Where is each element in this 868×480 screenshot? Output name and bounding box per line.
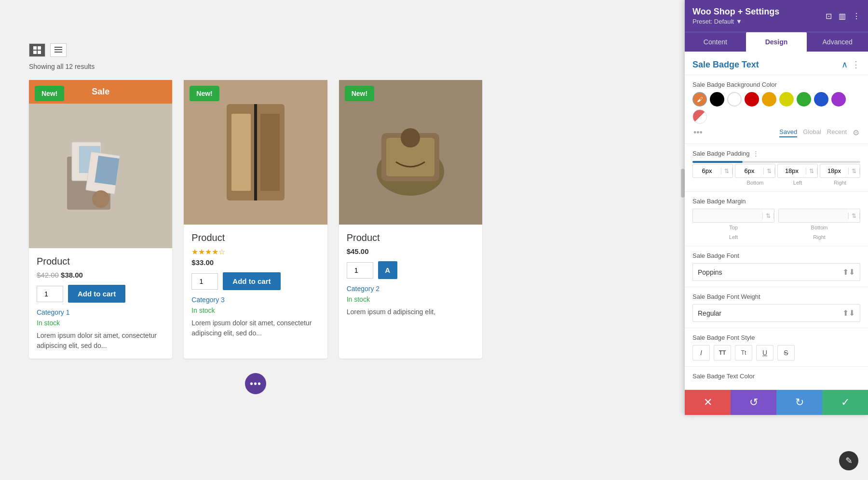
font-weight-label: Sale Badge Font Weight: [692, 293, 860, 300]
settings-panel: Woo Shop + Settings Preset: Default ▼ ⊡ …: [685, 0, 868, 415]
margin-setting: Sale Badge Margin ⇅ ⇅ Top Bottom Left Ri…: [685, 192, 868, 246]
product-image-wrap: Sale New!: [29, 80, 172, 248]
panel-preset[interactable]: Preset: Default ▼: [692, 18, 779, 25]
link-left-icon[interactable]: ⇅: [806, 168, 817, 174]
link-top-margin-icon[interactable]: ⇅: [762, 213, 774, 219]
color-swatch-orange[interactable]: 🖌: [692, 92, 707, 107]
bottom-margin-label: Bottom: [778, 225, 860, 230]
product-info: Product $42.00 $38.00 Add to cart Catego…: [29, 248, 172, 359]
stock-status: In stock: [37, 319, 164, 327]
padding-slider[interactable]: [692, 161, 860, 163]
svg-rect-16: [260, 114, 280, 191]
underline-button[interactable]: U: [756, 345, 773, 360]
stock-status: In stock: [191, 307, 319, 314]
product-image-wrap: New!: [184, 80, 327, 225]
product-info: Product $45.00 A Category 2 In stock Lor…: [339, 225, 482, 325]
new-badge: New!: [345, 86, 374, 101]
category-link[interactable]: Category 2: [347, 285, 475, 293]
dots-icon: •••: [250, 378, 261, 389]
tab-advanced[interactable]: Advanced: [807, 32, 868, 52]
link-right-icon[interactable]: ⇅: [848, 168, 860, 174]
padding-left-input[interactable]: [778, 164, 806, 177]
uppercase-button[interactable]: TT: [714, 345, 731, 360]
quantity-input[interactable]: [191, 273, 218, 290]
svg-rect-11: [95, 156, 119, 186]
margin-inputs: ⇅ ⇅: [692, 209, 860, 223]
focus-icon[interactable]: ⊡: [826, 12, 832, 21]
margin-top-input[interactable]: [693, 209, 762, 222]
collapse-icon[interactable]: ∧: [841, 59, 848, 70]
product-price: $42.00 $38.00: [37, 271, 164, 279]
list-view-button[interactable]: [50, 43, 67, 57]
add-to-cart-row: Add to cart: [37, 285, 164, 303]
chevron-down-icon: ⬆⬇: [842, 267, 855, 277]
svg-rect-5: [54, 49, 62, 50]
gear-icon[interactable]: ⚙: [853, 128, 859, 137]
color-swatch-white[interactable]: [727, 92, 742, 107]
link-bottom-margin-icon[interactable]: ⇅: [848, 213, 860, 219]
italic-button[interactable]: I: [692, 345, 710, 360]
color-swatch-red[interactable]: [745, 92, 759, 107]
category-link[interactable]: Category 3: [191, 296, 319, 304]
product-description: Lorem ipsum d adipiscing elit,: [347, 307, 475, 317]
padding-top-input[interactable]: [693, 164, 721, 177]
old-price: $42.00: [37, 271, 59, 279]
product-title: Product: [37, 256, 164, 267]
tab-content[interactable]: Content: [685, 32, 746, 52]
add-to-cart-button[interactable]: Add to cart: [68, 285, 125, 303]
panel-header: Woo Shop + Settings Preset: Default ▼ ⊡ …: [685, 0, 868, 32]
color-swatch-black[interactable]: [710, 92, 724, 107]
color-tab-global[interactable]: Global: [803, 128, 821, 137]
padding-bottom-input[interactable]: [735, 164, 763, 177]
panel-title-area: Woo Shop + Settings Preset: Default ▼: [692, 7, 779, 25]
svg-point-12: [92, 190, 109, 208]
grid-view-button[interactable]: [29, 43, 45, 57]
font-style-label: Sale Badge Font Style: [692, 334, 860, 341]
link-icon[interactable]: ⋮: [753, 150, 759, 157]
category-link[interactable]: Category 1: [37, 308, 164, 316]
color-swatch-purple[interactable]: [831, 92, 846, 107]
edit-icon-button[interactable]: ✎: [839, 451, 858, 470]
quantity-input[interactable]: [347, 262, 373, 279]
svg-point-20: [401, 128, 420, 147]
font-select[interactable]: Poppins ⬆⬇: [692, 263, 860, 281]
font-weight-select[interactable]: Regular ⬆⬇: [692, 304, 860, 322]
add-to-cart-button[interactable]: Add to cart: [223, 272, 280, 290]
add-to-cart-button[interactable]: A: [378, 261, 397, 279]
stock-status: In stock: [347, 295, 475, 303]
color-swatch-amber[interactable]: [762, 92, 776, 107]
font-style-buttons: I TT Tt U S: [692, 345, 860, 360]
color-swatch-blue[interactable]: [814, 92, 828, 107]
strikethrough-button[interactable]: S: [777, 345, 795, 360]
redo-button[interactable]: ↻: [776, 390, 822, 415]
top-margin-label: Top: [692, 225, 774, 230]
color-tab-recent[interactable]: Recent: [827, 128, 847, 137]
padding-label: Sale Badge Padding ⋮: [692, 150, 860, 157]
section-header: Sale Badge Text ∧ ⋮: [685, 52, 868, 75]
more-icon[interactable]: ⋮: [853, 12, 860, 21]
margin-label: Sale Badge Margin: [692, 198, 860, 205]
more-options-button[interactable]: •••: [245, 373, 266, 394]
padding-right-input[interactable]: [820, 164, 848, 177]
link-bottom-icon[interactable]: ⇅: [763, 168, 775, 174]
margin-bottom-input-group: ⇅: [778, 209, 860, 223]
product-grid: Sale New! Product $42.: [29, 80, 482, 359]
quantity-input[interactable]: [37, 286, 63, 302]
cancel-button[interactable]: ✕: [685, 390, 731, 415]
color-swatch-yellow[interactable]: [779, 92, 794, 107]
color-tab-saved[interactable]: Saved: [779, 128, 797, 137]
undo-button[interactable]: ↺: [731, 390, 776, 415]
capitalize-button[interactable]: Tt: [735, 345, 752, 360]
edit-icon: ✎: [845, 455, 853, 466]
margin-bottom-input[interactable]: [779, 209, 848, 222]
tab-design[interactable]: Design: [746, 32, 807, 52]
link-top-icon[interactable]: ⇅: [721, 168, 732, 174]
columns-icon[interactable]: ▥: [839, 12, 846, 21]
section-options-icon[interactable]: ⋮: [852, 59, 860, 70]
color-more-icon[interactable]: •••: [693, 128, 703, 138]
product-description: Lorem ipsum dolor sit amet, consectetur …: [191, 318, 319, 338]
save-button[interactable]: ✓: [822, 390, 868, 415]
color-swatch-none[interactable]: [692, 109, 707, 124]
bottom-label: Bottom: [735, 180, 775, 186]
color-swatch-green[interactable]: [797, 92, 811, 107]
